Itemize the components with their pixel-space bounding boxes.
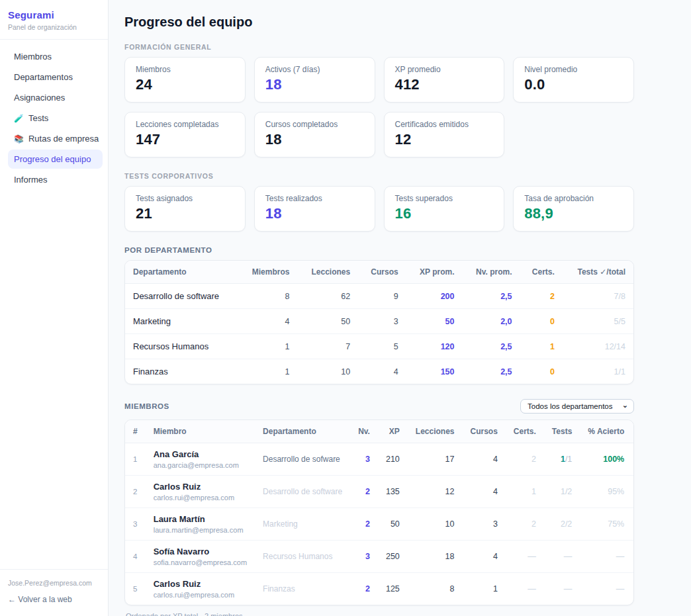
cell-courses: 3 <box>358 309 406 334</box>
cell-rank: 3 <box>125 508 146 541</box>
cell-tests: 1/1 <box>544 443 580 476</box>
books-icon: 📚 <box>14 135 24 143</box>
member-email: laura.martin@empresa.com <box>154 526 247 534</box>
column-header-cursos: Cursos <box>358 261 406 284</box>
column-header-lecciones: Lecciones <box>408 420 463 443</box>
sidebar-item-departamentos[interactable]: Departamentos <box>8 67 103 87</box>
sidebar-item-asignaciones[interactable]: Asignaciones <box>8 88 103 107</box>
member-department: Marketing <box>263 519 298 529</box>
tests-total-count: /1 <box>565 455 572 464</box>
cell-name: Finanzas <box>125 359 238 384</box>
cell-lessons: 10 <box>297 359 358 384</box>
member-department: Finanzas <box>263 584 295 594</box>
sidebar-item-progreso-del-equipo[interactable]: Progreso del equipo <box>8 150 103 169</box>
member-department: Recursos Humanos <box>263 552 332 561</box>
cell-lessons: 18 <box>408 541 463 573</box>
cell-department: Recursos Humanos <box>255 541 350 573</box>
cell-xp: 150 <box>406 359 463 384</box>
column-header-tests-total: Tests ✓/total <box>563 261 633 284</box>
department-filter-wrap: Todos los departamentos ⌄ <box>520 399 634 414</box>
cell-courses: 9 <box>358 284 406 309</box>
formacion-cards-grid: Miembros24Activos (7 días)18XP promedio4… <box>124 57 634 157</box>
cell-rank: 2 <box>125 476 146 508</box>
sidebar-item-label: Asignaciones <box>14 93 65 103</box>
cell-last-activity: 05/12/2025 <box>632 508 634 541</box>
cell-level: 2,0 <box>462 309 520 334</box>
member-name: Sofía Navarro <box>154 547 247 556</box>
cell-courses: 4 <box>463 443 506 476</box>
cell-xp: 50 <box>378 508 408 541</box>
stat-label: Nivel promedio <box>524 65 623 74</box>
cell-xp: 250 <box>378 541 408 573</box>
column-header-cursos: Cursos <box>463 420 506 443</box>
cell-level: 2 <box>350 573 378 605</box>
cell-tests: — <box>544 541 580 573</box>
member-name: Ana García <box>154 449 247 459</box>
sidebar-divider-top <box>0 39 108 40</box>
sidebar-nav: MiembrosDepartamentosAsignaciones🧪Tests📚… <box>8 46 103 190</box>
cell-lessons: 10 <box>408 508 463 541</box>
cell-xp: 200 <box>406 284 463 309</box>
page-title: Progreso del equipo <box>124 15 634 30</box>
stat-value: 18 <box>265 131 364 148</box>
column-header-certs-: Certs. <box>520 261 563 284</box>
cell-member: Ana Garcíaana.garcia@empresa.com <box>146 443 255 476</box>
main-content: Progreso del equipo Formación general Mi… <box>109 0 691 616</box>
cell-xp: 135 <box>378 476 408 508</box>
stat-card-cursos-completados: Cursos completados18 <box>254 112 375 157</box>
stat-card-tests-realizados: Tests realizados18 <box>254 186 375 232</box>
cell-courses: 5 <box>358 334 406 359</box>
cell-level: 2,5 <box>462 284 520 309</box>
cell-level: 2,5 <box>462 359 520 384</box>
cell-level: 2 <box>350 508 378 541</box>
member-email: sofia.navarro@empresa.com <box>154 558 247 566</box>
member-email: carlos.rui@empresa.com <box>154 494 247 502</box>
column-header-certs-: Certs. <box>506 420 544 443</box>
sidebar-item-tests[interactable]: 🧪Tests <box>8 109 103 128</box>
cell-tests: — <box>544 573 580 605</box>
stat-label: Activos (7 días) <box>265 65 364 74</box>
member-department: Desarrollo de sofware <box>263 455 340 464</box>
cell-tests: 12/14 <box>563 334 633 359</box>
sidebar-item-informes[interactable]: Informes <box>8 170 103 189</box>
stat-value: 21 <box>136 205 234 222</box>
stat-label: Tests superados <box>395 194 494 203</box>
cell-rank: 1 <box>125 443 146 476</box>
table-row: Finanzas11041502,501/1 <box>125 359 633 384</box>
sidebar-item-rutas-de-empresa[interactable]: 📚Rutas de empresa <box>8 129 103 148</box>
cell-xp: 120 <box>406 334 463 359</box>
stat-card-miembros: Miembros24 <box>124 57 246 103</box>
stat-card-tests-superados: Tests superados16 <box>384 186 505 232</box>
sidebar-item-label: Rutas de empresa <box>28 134 99 144</box>
back-to-web-link[interactable]: ← Volver a la web <box>8 595 103 604</box>
stat-card-lecciones-completadas: Lecciones completadas147 <box>124 112 246 157</box>
cell-level: 2 <box>350 476 378 508</box>
brand-block: Segurami Panel de organización <box>8 9 103 31</box>
brand-subtitle: Panel de organización <box>8 23 103 31</box>
column-header-miembros: Miembros <box>238 261 298 284</box>
cell-department: Desarrollo de software <box>255 476 350 508</box>
cell-certs: 0 <box>520 309 563 334</box>
stat-value: 18 <box>265 76 364 93</box>
cell-last-activity: 07/02/2026 <box>632 573 634 605</box>
sidebar-item-miembros[interactable]: Miembros <box>8 47 103 66</box>
department-filter-select[interactable]: Todos los departamentos <box>520 399 634 414</box>
members-footer-note: Ordenado por XP total · 2 miembros <box>126 612 634 616</box>
cell-accuracy: — <box>580 573 632 605</box>
stat-card-certificados-emitidos: Certificados emitidos12 <box>384 112 505 157</box>
sidebar-item-label: Tests <box>28 113 48 123</box>
table-row: Desarrollo de software86292002,527/8 <box>125 284 633 309</box>
cell-lessons: 17 <box>408 443 463 476</box>
member-name: Carlos Ruiz <box>154 482 247 492</box>
column-header-lecciones: Lecciones <box>297 261 358 284</box>
cell-xp: 210 <box>378 443 408 476</box>
table-row: Marketing4503502,005/5 <box>125 309 633 334</box>
stat-value: 0.0 <box>524 76 623 93</box>
table-row: Recursos Humanos1751202,5112/14 <box>125 334 633 359</box>
stat-value: 12 <box>395 131 494 148</box>
cell-members: 1 <box>238 334 298 359</box>
cell-members: 4 <box>238 309 298 334</box>
cell-tests: 2/2 <box>544 508 580 541</box>
cell-member: Laura Martínlaura.martin@empresa.com <box>146 508 255 541</box>
cell-member: Sofía Navarrosofia.navarro@empresa.com <box>146 541 255 573</box>
